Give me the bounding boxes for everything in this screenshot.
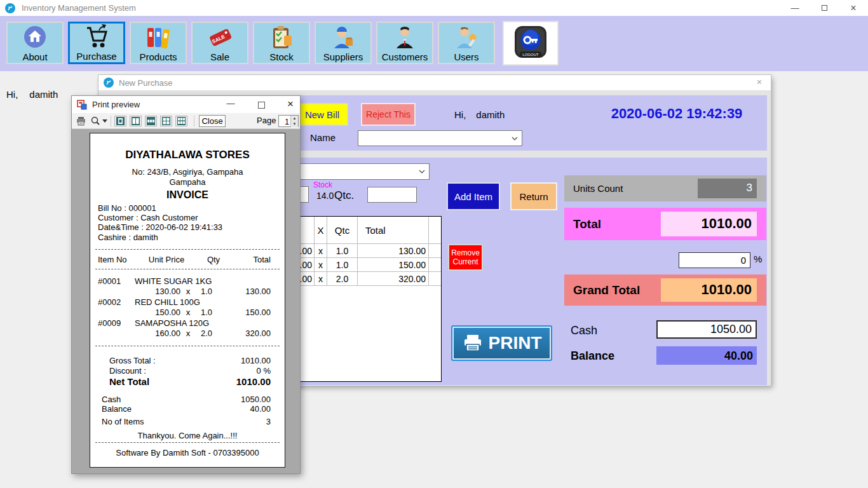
print-preview-title: Print preview [92,100,140,109]
print-button[interactable]: PRINT [451,325,552,361]
toolbar-button-stock[interactable]: Stock [253,22,310,64]
grid-header-qtc: Qtc [327,217,358,243]
main-toolbar: About Purchase Products SALE Sale Stock … [0,16,868,71]
remove-current-button[interactable]: RemoveCurrent [448,244,483,271]
customer-name-combobox[interactable] [358,130,522,146]
receipt-footer: Software By Damith Soft - 0703395000 [90,448,285,458]
grid-header-row: X Qtc Total [278,217,441,244]
percent-label: % [754,254,762,264]
receipt-divider [95,269,280,269]
zoom-dropdown-button[interactable] [90,116,107,126]
qtc-input[interactable] [367,187,417,203]
remove-line2: Current [452,257,478,266]
receipt-address1: No: 243/B, Asgiriya, Gampaha [90,167,285,177]
one-page-view-button[interactable] [114,116,126,126]
spinner-up-icon[interactable]: ▲ [290,116,298,121]
two-page-view-button[interactable] [130,116,142,126]
datetime-display: 2020-06-02 19:42:39 [543,105,810,122]
receipt-items-count-row: No of Items 3 [98,417,271,426]
toolbar-button-customers[interactable]: Customers [376,22,433,64]
logout-button[interactable]: LOGOUT [503,21,559,65]
receipt-divider [95,249,280,250]
reject-this-button[interactable]: Reject This [361,103,416,126]
preview-close-button[interactable]: × [281,98,299,111]
cart-icon [82,23,111,51]
maximize-button[interactable] [810,0,839,16]
cash-input[interactable] [656,320,757,339]
print-button-label: PRINT [489,333,542,353]
clipboard-icon [267,23,296,51]
toolbar-button-suppliers[interactable]: Suppliers [315,22,372,64]
preview-minimize-button[interactable]: — [222,98,240,108]
app-title: Inventory Management System [22,3,136,13]
receipt-table-header: Item No Unit Price Qty Total [98,255,271,264]
logout-key-icon: LOGOUT [511,24,550,63]
remove-line1: Remove [451,248,480,257]
units-count-panel: Units Count 3 [564,175,766,201]
toolbar-button-purchase[interactable]: Purchase [68,22,125,64]
toolbar-button-about[interactable]: About [6,22,64,64]
magnifier-icon [90,116,100,126]
qtc-label: Qtc. [334,189,354,202]
name-label: Name [310,132,336,143]
stock-value: 14.0 [316,191,334,201]
receipt-cash-row: Cash 1050.00 [98,395,271,404]
grand-total-label: Grand Total [573,283,640,297]
page-spinner[interactable]: 1 ▲ ▼ [278,115,299,127]
grid-header-total: Total [358,217,429,243]
page-number: 1 [279,116,290,126]
receipt-page: DIYATHALAWA STORES No: 243/B, Asgiriya, … [90,133,285,468]
add-item-button[interactable]: Add Item [447,182,500,210]
return-button[interactable]: Return [510,182,557,210]
grid-row[interactable]: .00 x 2.0 320.00 [278,272,441,286]
grand-total-value: 1010.00 [661,278,757,302]
supplier-worker-icon [329,23,358,51]
toolbar-separator [194,116,194,126]
home-icon [21,23,49,51]
new-bill-button[interactable]: New Bill [296,103,348,126]
units-count-label: Units Count [573,183,623,194]
maximize-icon [258,102,265,109]
print-preview-titlebar: Print preview — × [72,96,300,113]
page-label: Page [257,116,276,125]
purchase-items-grid[interactable]: X Qtc Total .00 x 1.0 130.00 .00 x 1.0 1… [278,216,442,382]
minimize-button[interactable]: — [780,0,810,16]
six-page-view-button[interactable] [175,116,187,126]
spinner-down-icon[interactable]: ▼ [290,121,298,127]
receipt-discount-row: Discount : 0 % [98,366,271,376]
grand-total-panel: Grand Total 1010.00 [564,274,766,306]
new-purchase-titlebar: New Purchase × [98,75,771,90]
three-page-view-button[interactable] [145,116,157,126]
receipt-balance-row: Balance 40.00 [98,404,271,414]
receipt-divider [95,442,280,443]
print-icon-button[interactable] [76,116,86,126]
receipt-item-row: #0001 WHITE SUGAR 1KG [98,276,271,286]
toolbar-button-products[interactable]: Products [130,22,187,64]
binders-icon [144,23,173,51]
toolbar-button-users[interactable]: Users [438,22,495,64]
close-button[interactable]: × [839,0,868,16]
toolbar-button-sale[interactable]: SALE Sale [191,22,248,64]
receipt-item-amounts: 150.00 x 1.0 150.00 [98,308,271,317]
receipt-bill-no: Bill No : 000001 [98,203,156,213]
four-page-view-button[interactable] [160,116,172,126]
grid-row[interactable]: .00 x 1.0 150.00 [278,258,441,272]
printer-icon [462,334,484,353]
receipt-store-name: DIYATHALAWA STORES [90,149,285,161]
new-purchase-close-icon[interactable]: × [753,76,766,87]
preview-maximize-button[interactable] [252,100,270,111]
grid-row[interactable]: .00 x 1.0 130.00 [278,244,441,258]
chevron-down-icon [512,137,518,140]
receipt-net-row: Net Total 1010.00 [98,376,271,387]
greeting-user: damith [29,89,58,100]
receipt-thanks: Thankyou. Come Again...!!! [90,431,285,440]
discount-input[interactable] [679,252,750,268]
receipt-gross-row: Gross Total : 1010.00 [98,356,271,365]
greeting-label: Hi, [6,89,18,100]
units-count-value: 3 [698,179,757,198]
window-icon [104,78,114,88]
new-purchase-title: New Purchase [119,78,173,88]
preview-close-toolbar-button[interactable]: Close [199,115,226,127]
user-key-icon [452,23,481,51]
receipt-col-item: Item No [98,255,135,264]
